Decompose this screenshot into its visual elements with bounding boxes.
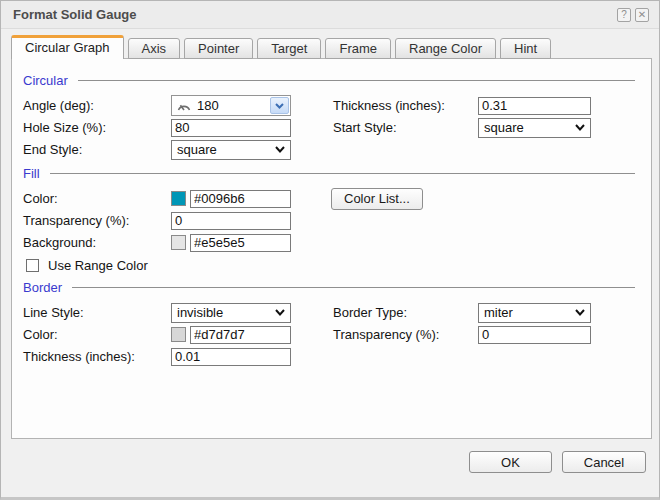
chevron-down-icon: [575, 309, 585, 316]
footer-buttons: OK Cancel: [469, 451, 646, 473]
row-background: Background:: [23, 232, 637, 253]
start-style-value: square: [484, 120, 524, 135]
chevron-down-icon: [575, 124, 585, 131]
row-fill-transparency: Transparency (%):: [23, 210, 637, 231]
border-thickness-label: Thickness (inches):: [23, 349, 171, 364]
section-divider: [78, 80, 635, 81]
section-title-border: Border: [23, 280, 62, 295]
angle-label: Angle (deg):: [23, 98, 171, 113]
background-label: Background:: [23, 235, 171, 250]
border-transparency-input[interactable]: [478, 326, 591, 344]
tab-range-color[interactable]: Range Color: [395, 38, 496, 59]
fill-transparency-input[interactable]: [171, 212, 291, 230]
fill-color-input[interactable]: [190, 190, 291, 208]
angle-value: 180: [197, 98, 270, 113]
close-icon: ✕: [638, 9, 646, 20]
help-icon: ?: [621, 9, 627, 20]
end-style-value: square: [177, 142, 217, 157]
fill-transparency-label: Transparency (%):: [23, 213, 171, 228]
ok-button[interactable]: OK: [469, 451, 552, 473]
tab-hint[interactable]: Hint: [500, 38, 551, 59]
tab-circular-graph[interactable]: Circular Graph: [11, 35, 124, 59]
close-button[interactable]: ✕: [635, 8, 649, 22]
border-thickness-input[interactable]: [171, 348, 291, 366]
chevron-down-icon: [275, 103, 284, 109]
border-type-value: miter: [484, 305, 513, 320]
chevron-down-icon: [275, 146, 285, 153]
border-type-select[interactable]: miter: [478, 303, 591, 323]
section-header-fill: Fill: [23, 165, 637, 181]
border-color-input[interactable]: [190, 326, 291, 344]
border-transparency-label: Transparency (%):: [333, 327, 478, 342]
start-style-select[interactable]: square: [478, 118, 591, 138]
fill-color-label: Color:: [23, 191, 171, 206]
section-divider: [50, 173, 635, 174]
border-color-label: Color:: [23, 327, 171, 342]
background-color-swatch[interactable]: [171, 235, 186, 250]
line-style-select[interactable]: invisible: [171, 303, 291, 323]
tab-pointer[interactable]: Pointer: [184, 38, 253, 59]
section-header-border: Border: [23, 279, 637, 295]
chevron-down-icon: [275, 309, 285, 316]
line-style-label: Line Style:: [23, 305, 171, 320]
hole-size-input[interactable]: [171, 119, 291, 137]
row-holesize-startstyle: Hole Size (%): Start Style: square: [23, 117, 637, 138]
row-border-thickness: Thickness (inches):: [23, 346, 637, 367]
tab-axis[interactable]: Axis: [128, 38, 181, 59]
title-bar: Format Solid Gauge ? ✕: [1, 1, 659, 29]
tab-strip: Circular Graph Axis Pointer Target Frame…: [11, 35, 551, 59]
row-bordercolor-transparency: Color: Transparency (%):: [23, 324, 637, 345]
border-type-label: Border Type:: [333, 305, 478, 320]
border-color-swatch[interactable]: [171, 327, 186, 342]
use-range-color-checkbox[interactable]: [26, 259, 39, 272]
hole-size-label: Hole Size (%):: [23, 120, 171, 135]
angle-combobox[interactable]: 180: [171, 95, 291, 116]
gauge-arc-icon: [176, 99, 192, 112]
start-style-label: Start Style:: [333, 120, 478, 135]
use-range-color-label: Use Range Color: [48, 258, 148, 273]
row-fill-color: Color: Color List...: [23, 188, 637, 209]
dialog-title: Format Solid Gauge: [13, 7, 613, 22]
row-linestyle-bordertype: Line Style: invisible Border Type: miter: [23, 302, 637, 323]
end-style-label: End Style:: [23, 142, 171, 157]
color-list-button[interactable]: Color List...: [331, 188, 423, 210]
fill-color-swatch[interactable]: [171, 191, 186, 206]
tab-frame[interactable]: Frame: [325, 38, 391, 59]
background-color-input[interactable]: [190, 234, 291, 252]
end-style-select[interactable]: square: [171, 140, 291, 160]
thickness-input[interactable]: [478, 97, 591, 115]
circular-graph-panel: Circular Angle (deg): 180: [11, 58, 652, 439]
cancel-button[interactable]: Cancel: [562, 451, 646, 473]
row-endstyle: End Style: square: [23, 139, 637, 160]
section-divider: [72, 287, 635, 288]
row-use-range-color: Use Range Color: [26, 256, 637, 274]
tab-target[interactable]: Target: [257, 38, 321, 59]
section-title-circular: Circular: [23, 73, 68, 88]
thickness-label: Thickness (inches):: [333, 98, 478, 113]
row-angle-thickness: Angle (deg): 180 Thickness (inches):: [23, 95, 637, 116]
section-title-fill: Fill: [23, 166, 40, 181]
help-button[interactable]: ?: [617, 8, 631, 22]
format-solid-gauge-dialog: Format Solid Gauge ? ✕ Circular Graph Ax…: [0, 0, 660, 500]
section-header-circular: Circular: [23, 72, 637, 88]
angle-dropdown-button[interactable]: [270, 97, 289, 114]
line-style-value: invisible: [177, 305, 223, 320]
